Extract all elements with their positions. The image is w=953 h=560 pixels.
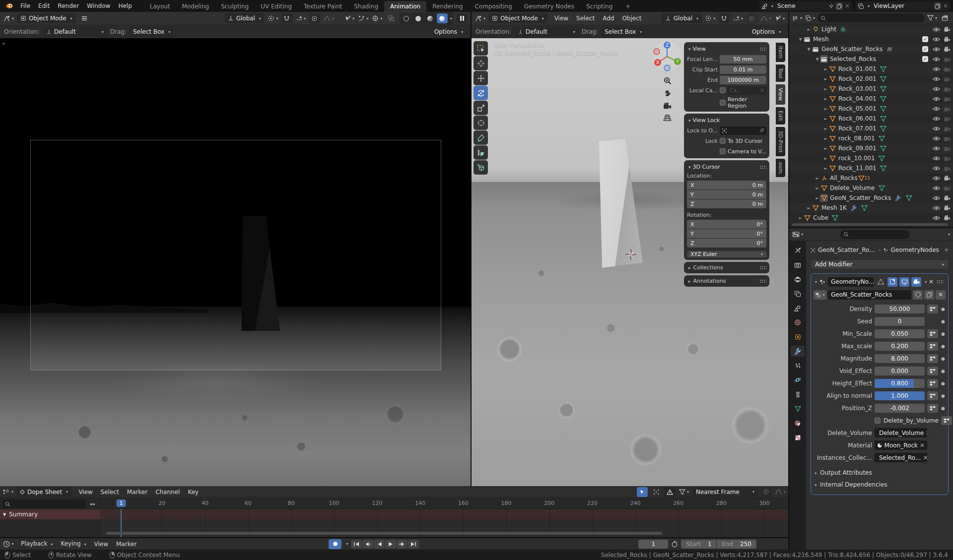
dopesheet-menu-key[interactable]: Key [184, 486, 203, 498]
outliner-item-label[interactable]: Rock_03.001 [838, 85, 877, 92]
sidebar-tab-item[interactable]: Item [776, 43, 785, 62]
expand-arrow-icon[interactable]: ► [815, 196, 820, 200]
drag-handle[interactable] [759, 165, 766, 169]
render-disabled-toggle[interactable] [943, 115, 951, 123]
expand-arrow-icon[interactable]: ► [798, 216, 803, 220]
dopesheet-menu-marker[interactable]: Marker [123, 486, 151, 498]
viewlayer-selector[interactable]: ▾ ViewLayer ✕ [856, 1, 950, 11]
dopesheet-menu-channel[interactable]: Channel [151, 486, 184, 498]
render-disabled-toggle[interactable] [943, 134, 951, 142]
animate-dot[interactable]: ● [941, 307, 946, 311]
drag-handle[interactable] [759, 47, 766, 51]
summary-channel[interactable]: ▼Summary [0, 509, 100, 519]
workspace-tab-scripting[interactable]: Scripting [580, 1, 618, 12]
animate-dot[interactable]: ● [941, 319, 946, 324]
editor-type-icon[interactable]: ▾ [475, 13, 485, 23]
collapsed-menus-icon[interactable] [79, 13, 90, 23]
checkbox[interactable]: ✓ [921, 45, 929, 53]
new-scene-icon[interactable] [836, 2, 843, 10]
modifier-close-icon[interactable]: ✕ [929, 278, 934, 285]
breadcrumb-object[interactable]: GeoN_Scatter_Ro... [818, 247, 875, 253]
transform-tool[interactable] [474, 116, 488, 130]
viewlayer-name[interactable]: ViewLayer [872, 2, 932, 9]
only-selected-icon[interactable] [637, 487, 648, 497]
pivot-dropdown-icon[interactable]: ▾ [268, 13, 278, 23]
timeline-menu-keying[interactable]: Keying ▾ [57, 538, 90, 551]
hide-viewport-toggle[interactable] [932, 115, 940, 123]
outliner-item-label[interactable]: All_Rocks [830, 175, 858, 182]
fake-user-shield-icon[interactable] [913, 290, 923, 300]
new-collection-icon[interactable] [940, 13, 951, 23]
menu-window[interactable]: Window [83, 0, 114, 12]
hide-viewport-toggle[interactable] [932, 55, 940, 63]
outliner-item-label[interactable]: Light [821, 26, 836, 33]
outliner-item-label[interactable]: Mesh [813, 36, 829, 43]
properties-tab-render[interactable] [791, 259, 805, 270]
sidebar-tab-edit[interactable]: Edit [776, 107, 785, 124]
shading-material-icon[interactable] [425, 13, 436, 23]
hide-viewport-toggle[interactable] [932, 65, 940, 73]
copy-node-group-icon[interactable] [924, 290, 934, 300]
modifier-extras-icon[interactable]: ▾ [925, 280, 927, 284]
view-panel-header[interactable]: ▾View [687, 45, 766, 53]
outliner-row[interactable]: ►Rock_03.001 [789, 84, 953, 94]
properties-tab-view-layer[interactable] [791, 288, 805, 299]
hide-viewport-toggle[interactable] [932, 85, 940, 93]
hide-viewport-toggle[interactable] [932, 75, 940, 83]
field-value-max-scale[interactable]: 0.200 [875, 342, 925, 351]
expand-arrow-icon[interactable]: ► [823, 67, 828, 71]
add-workspace-button[interactable]: + [619, 1, 636, 12]
render-disabled-toggle[interactable] [943, 184, 951, 192]
render-disabled-toggle[interactable] [943, 164, 951, 172]
outliner-item-label[interactable]: GeoN_Scatter_Rocks [830, 194, 891, 201]
render-disabled-toggle[interactable] [943, 85, 951, 93]
dopesheet-menu-select[interactable]: Select [97, 486, 123, 498]
viewport-menu-add[interactable]: Add [599, 12, 618, 24]
clear-icon[interactable]: ✕ [923, 454, 927, 461]
outliner-row[interactable]: ►Cube [789, 213, 953, 223]
outliner-item-label[interactable]: Delete_Volume [830, 185, 875, 191]
select-box-tool[interactable] [474, 41, 488, 56]
drag-handle[interactable] [759, 279, 766, 283]
workspace-tab-animation[interactable]: Animation [384, 1, 426, 12]
auto-keying-button[interactable] [329, 539, 341, 549]
render-disabled-toggle[interactable] [943, 75, 951, 83]
expand-arrow-icon[interactable]: ► [823, 156, 828, 161]
field-value-min-scale[interactable]: 0.050 [875, 329, 925, 338]
perspective-grid-icon[interactable] [663, 114, 672, 122]
drag-dropdown[interactable]: Select Box▾ [130, 27, 174, 37]
disable-render-toggle[interactable] [943, 25, 951, 33]
show-on-cage-icon[interactable] [876, 277, 885, 287]
workspace-tab-shading[interactable]: Shading [348, 1, 384, 12]
falloff-curve-icon[interactable]: ▾ [775, 487, 786, 497]
input-attribute-toggle[interactable] [927, 379, 938, 388]
orientation-dropdown[interactable]: Global▾ [224, 13, 265, 23]
play-button[interactable] [385, 540, 396, 549]
outliner-item-label[interactable]: rock_08.001 [838, 135, 875, 142]
dopesheet-menu-view[interactable]: View [74, 486, 96, 498]
modifier-name-field[interactable]: GeometryNo... [828, 277, 874, 287]
orbit-gizmo[interactable]: Z Y X [652, 41, 682, 72]
play-reverse-button[interactable] [374, 540, 385, 549]
drag-handle[interactable] [759, 266, 766, 270]
outliner-row[interactable]: ▼GeoN_Scatter_Rocks✓ [789, 44, 953, 54]
unlink-node-group-icon[interactable]: ✕ [936, 290, 946, 300]
expand-arrow-icon[interactable]: ► [823, 117, 828, 121]
orientation-dropdown[interactable]: Global▾ [662, 13, 702, 23]
cursor-location-field[interactable]: Z0 m [687, 199, 766, 208]
cursor-location-field[interactable]: Y0 m [687, 190, 766, 199]
properties-tab-tool[interactable] [791, 245, 805, 256]
local-camera-checkbox[interactable] [720, 87, 726, 93]
render-disabled-toggle[interactable] [943, 55, 951, 63]
checkbox[interactable]: ✓ [921, 55, 929, 63]
channel-search-input[interactable] [2, 499, 85, 508]
snap-magnet-icon[interactable] [281, 13, 292, 23]
outliner-item-label[interactable]: Rock_11.001 [838, 165, 877, 172]
outliner-row[interactable]: ►Rock_09.001 [789, 143, 953, 153]
workspace-tab-texture-paint[interactable]: Texture Paint [298, 1, 348, 12]
render-disabled-toggle[interactable] [943, 65, 951, 73]
add-cube-tool[interactable] [474, 160, 488, 175]
expand-arrow-icon[interactable]: ► [815, 186, 820, 190]
outliner-item-label[interactable]: Rock_07.001 [838, 125, 877, 132]
outliner-row[interactable]: ►Rock_01.001 [789, 64, 953, 74]
